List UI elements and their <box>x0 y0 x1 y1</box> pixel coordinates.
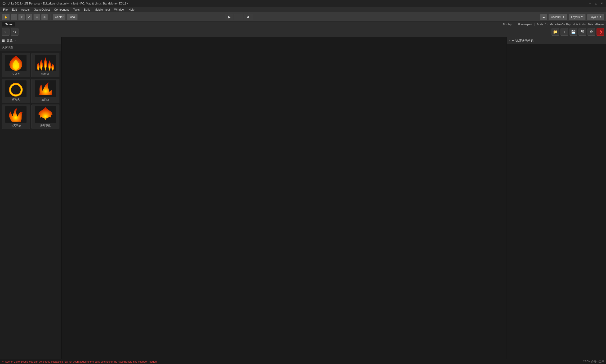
icon-toolbar: ↩ ↪ 📁 + 💾 🖫 ⚙ ⏻ <box>0 27 606 37</box>
asset-icon-fire_linear <box>35 55 56 71</box>
menu-item-build[interactable]: Build <box>82 8 92 12</box>
left-panel-header: ☰ 资源 « <box>0 37 61 44</box>
stats-button[interactable]: Stats <box>588 23 593 26</box>
menu-bar: FileEditAssetsGameObjectComponentToolsBu… <box>0 7 606 12</box>
menu-item-help[interactable]: Help <box>127 8 136 12</box>
scale-value: 1x <box>545 23 548 26</box>
local-button[interactable]: Local <box>67 14 78 20</box>
asset-label-fire_accident: 火灾事故 <box>11 124 21 127</box>
power-button[interactable]: ⏻ <box>596 28 604 36</box>
asset-item-fire_flow[interactable]: 流淌火 <box>31 79 60 103</box>
layers-dropdown-arrow: ▼ <box>581 16 583 18</box>
menu-item-assets[interactable]: Assets <box>19 8 31 12</box>
account-dropdown-arrow: ▼ <box>562 16 565 18</box>
rect-tool-button[interactable]: ▭ <box>33 14 40 20</box>
play-button[interactable]: ▶ <box>225 14 233 20</box>
pause-button[interactable]: ⏸ <box>234 14 243 20</box>
menu-item-component[interactable]: Component <box>52 8 70 12</box>
layout-dropdown[interactable]: Layout ▼ <box>587 14 604 20</box>
layout-dropdown-arrow: ▼ <box>599 16 602 18</box>
asset-item-fire_linear[interactable]: 线性火 <box>31 53 60 77</box>
gizmos-button[interactable]: Gizmos <box>595 23 604 26</box>
main-toolbar: ✋ ✛ ↻ ⤢ ▭ ⊕ Center Local ▶ ⏸ ⏭ ☁ Account… <box>0 12 606 22</box>
right-icon-group: 📁 + 💾 🖫 ⚙ ⏻ <box>552 28 604 36</box>
asset-icon-fire_explosion <box>35 106 56 123</box>
left-panel-back-icon[interactable]: « <box>15 39 17 42</box>
status-bar: ⚠ Scene 'EditorScene' couldn't be loaded… <box>0 359 606 364</box>
undo-button[interactable]: ↩ <box>2 28 10 36</box>
hand-tool-button[interactable]: ✋ <box>2 14 10 20</box>
asset-item-fire_explosion[interactable]: 爆炸事故 <box>31 104 60 129</box>
save-button[interactable]: 💾 <box>569 28 577 36</box>
unity-logo-icon: ⬡ <box>2 1 6 6</box>
maximize-button[interactable]: □ <box>594 2 598 5</box>
asset-icon-fire_accident <box>5 106 27 123</box>
error-icon: ⚠ <box>2 360 4 363</box>
asset-icon-fire_solid <box>5 55 27 71</box>
game-controls: Display 1 | Free Aspect | Scale 1x Maxim… <box>503 23 604 26</box>
toolbar-right: ☁ Account ▼ Layers ▼ Layout ▼ <box>540 14 604 20</box>
window-controls: ─ □ ✕ <box>589 2 604 5</box>
separator-2 <box>80 14 80 20</box>
close-button[interactable]: ✕ <box>600 2 604 5</box>
separator-1 <box>50 14 50 20</box>
redo-button[interactable]: ↪ <box>11 28 18 36</box>
aspect-selector[interactable]: Free Aspect <box>518 23 532 26</box>
asset-label-fire_solid: 立体火 <box>12 72 20 76</box>
save2-icon: 🖫 <box>580 30 584 34</box>
rotate-tool-button[interactable]: ↻ <box>18 14 25 20</box>
move-tool-button[interactable]: ✛ <box>11 14 17 20</box>
right-panel: « ≡ 场景物体列表 <box>507 37 606 359</box>
game-panel-header: Game Display 1 | Free Aspect | Scale 1x … <box>0 22 606 27</box>
add-icon: + <box>563 30 565 34</box>
pivot-group: Center Local <box>53 14 78 20</box>
asset-icon-fire_flow <box>35 80 56 97</box>
menu-item-gameobject[interactable]: GameObject <box>32 8 52 12</box>
mute-audio-button[interactable]: Mute Audio <box>573 23 586 26</box>
asset-label-fire_explosion: 爆炸事故 <box>40 124 51 127</box>
right-panel-header: « ≡ 场景物体列表 <box>507 37 606 44</box>
settings-icon: ⚙ <box>590 30 593 34</box>
scale-tool-button[interactable]: ⤢ <box>26 14 32 20</box>
menu-item-file[interactable]: File <box>1 8 10 12</box>
assets-tab-icon: ☰ <box>2 39 5 42</box>
open-folder-button[interactable]: 📁 <box>552 28 559 36</box>
asset-label-fire_ring: 环形火 <box>12 98 20 102</box>
save2-button[interactable]: 🖫 <box>579 28 586 36</box>
save-icon: 💾 <box>571 30 576 34</box>
maximize-on-play-button[interactable]: Maximize On Play <box>550 23 571 26</box>
game-tab[interactable]: Game <box>2 22 15 26</box>
asset-item-fire_accident[interactable]: 火灾事故 <box>2 104 30 129</box>
svg-point-1 <box>10 84 22 96</box>
status-error: ⚠ Scene 'EditorScene' couldn't be loaded… <box>2 360 157 363</box>
settings-button[interactable]: ⚙ <box>588 28 595 36</box>
right-panel-content <box>507 44 606 359</box>
asset-label-fire_linear: 线性火 <box>41 72 49 76</box>
redo-icon: ↪ <box>13 30 16 34</box>
account-dropdown[interactable]: Account ▼ <box>549 14 567 20</box>
transform-tool-button[interactable]: ⊕ <box>41 14 48 20</box>
menu-item-window[interactable]: Window <box>112 8 126 12</box>
cloud-button[interactable]: ☁ <box>540 14 547 20</box>
breadcrumb-text: 火灾模型 <box>2 46 13 49</box>
menu-item-edit[interactable]: Edit <box>10 8 19 12</box>
step-button[interactable]: ⏭ <box>244 14 253 20</box>
layers-dropdown[interactable]: Layers ▼ <box>569 14 586 20</box>
folder-icon: 📁 <box>553 30 558 34</box>
menu-item-mobile input[interactable]: Mobile Input <box>93 8 112 12</box>
asset-label-fire_flow: 流淌火 <box>41 98 49 102</box>
center-panel <box>62 37 507 359</box>
right-panel-back-icon[interactable]: « <box>509 39 510 42</box>
asset-item-fire_solid[interactable]: 立体火 <box>2 53 30 77</box>
title-text: Unity 2018.4.2f1 Personal - EditorLaunch… <box>8 2 128 5</box>
display-selector[interactable]: Display 1 <box>503 23 514 26</box>
center-button[interactable]: Center <box>53 14 66 20</box>
add-button[interactable]: + <box>561 28 568 36</box>
error-message: Scene 'EditorScene' couldn't be loaded b… <box>5 360 157 363</box>
right-panel-title: 场景物体列表 <box>515 38 534 43</box>
asset-item-fire_ring[interactable]: 环形火 <box>2 79 30 103</box>
status-right: CSDN @青竹至等 <box>583 360 604 363</box>
title-bar: ⬡ Unity 2018.4.2f1 Personal - EditorLaun… <box>0 0 606 7</box>
menu-item-tools[interactable]: Tools <box>71 8 81 12</box>
minimize-button[interactable]: ─ <box>589 2 592 5</box>
